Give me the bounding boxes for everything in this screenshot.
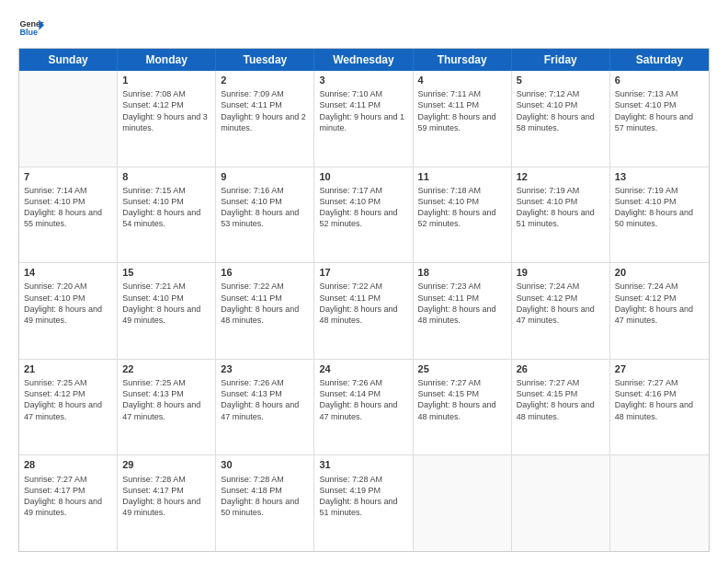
cell-info: Sunrise: 7:28 AMSunset: 4:17 PMDaylight:… — [122, 474, 210, 519]
day-number: 24 — [319, 362, 407, 375]
cell-info: Sunrise: 7:19 AMSunset: 4:10 PMDaylight:… — [615, 185, 704, 230]
day-number: 13 — [615, 170, 704, 183]
cell-info: Sunrise: 7:17 AMSunset: 4:10 PMDaylight:… — [319, 185, 407, 230]
cell-info: Sunrise: 7:28 AMSunset: 4:19 PMDaylight:… — [319, 474, 407, 519]
day-number: 14 — [24, 266, 112, 279]
header-day-wednesday: Wednesday — [314, 49, 413, 71]
calendar-week-5: 28Sunrise: 7:27 AMSunset: 4:17 PMDayligh… — [19, 455, 709, 551]
calendar: SundayMondayTuesdayWednesdayThursdayFrid… — [18, 48, 710, 552]
calendar-cell: 17Sunrise: 7:22 AMSunset: 4:11 PMDayligh… — [314, 263, 413, 359]
calendar-cell: 9Sunrise: 7:16 AMSunset: 4:10 PMDaylight… — [216, 167, 314, 263]
cell-info: Sunrise: 7:27 AMSunset: 4:15 PMDaylight:… — [418, 377, 506, 422]
calendar-cell: 4Sunrise: 7:11 AMSunset: 4:11 PMDaylight… — [414, 71, 512, 167]
day-number: 20 — [615, 266, 704, 279]
day-number: 18 — [418, 266, 506, 279]
day-number: 31 — [319, 458, 407, 471]
day-number: 6 — [615, 74, 704, 86]
calendar-cell — [414, 455, 512, 551]
day-number: 3 — [319, 74, 407, 86]
cell-info: Sunrise: 7:12 AMSunset: 4:10 PMDaylight:… — [517, 88, 605, 133]
day-number: 25 — [418, 362, 506, 375]
header-day-tuesday: Tuesday — [216, 49, 314, 71]
calendar-cell: 2Sunrise: 7:09 AMSunset: 4:11 PMDaylight… — [216, 71, 314, 167]
calendar-cell: 7Sunrise: 7:14 AMSunset: 4:10 PMDaylight… — [19, 167, 118, 263]
cell-info: Sunrise: 7:26 AMSunset: 4:14 PMDaylight:… — [319, 377, 407, 422]
calendar-cell: 14Sunrise: 7:20 AMSunset: 4:10 PMDayligh… — [19, 263, 118, 359]
calendar-cell: 6Sunrise: 7:13 AMSunset: 4:10 PMDaylight… — [610, 71, 709, 167]
day-number: 15 — [122, 266, 210, 279]
cell-info: Sunrise: 7:18 AMSunset: 4:10 PMDaylight:… — [418, 185, 506, 230]
cell-info: Sunrise: 7:28 AMSunset: 4:18 PMDaylight:… — [221, 474, 309, 519]
calendar-cell: 1Sunrise: 7:08 AMSunset: 4:12 PMDaylight… — [118, 71, 216, 167]
calendar-cell: 18Sunrise: 7:23 AMSunset: 4:11 PMDayligh… — [414, 263, 512, 359]
day-number: 17 — [319, 266, 407, 279]
cell-info: Sunrise: 7:14 AMSunset: 4:10 PMDaylight:… — [24, 185, 112, 230]
day-number: 2 — [221, 74, 309, 86]
cell-info: Sunrise: 7:21 AMSunset: 4:10 PMDaylight:… — [122, 281, 210, 326]
cell-info: Sunrise: 7:24 AMSunset: 4:12 PMDaylight:… — [517, 281, 605, 326]
cell-info: Sunrise: 7:27 AMSunset: 4:15 PMDaylight:… — [517, 377, 605, 422]
header-day-saturday: Saturday — [610, 49, 709, 71]
header-day-friday: Friday — [512, 49, 610, 71]
calendar-cell: 8Sunrise: 7:15 AMSunset: 4:10 PMDaylight… — [118, 167, 216, 263]
cell-info: Sunrise: 7:27 AMSunset: 4:16 PMDaylight:… — [615, 377, 704, 422]
day-number: 22 — [122, 362, 210, 375]
day-number: 9 — [221, 170, 309, 183]
cell-info: Sunrise: 7:09 AMSunset: 4:11 PMDaylight:… — [221, 88, 309, 133]
day-number: 16 — [221, 266, 309, 279]
calendar-cell — [610, 455, 709, 551]
calendar-cell: 23Sunrise: 7:26 AMSunset: 4:13 PMDayligh… — [216, 360, 314, 455]
day-number: 4 — [418, 74, 506, 86]
day-number: 30 — [221, 458, 309, 471]
calendar-cell: 5Sunrise: 7:12 AMSunset: 4:10 PMDaylight… — [512, 71, 610, 167]
day-number: 12 — [517, 170, 605, 183]
header-day-thursday: Thursday — [414, 49, 512, 71]
calendar-cell: 16Sunrise: 7:22 AMSunset: 4:11 PMDayligh… — [216, 263, 314, 359]
calendar-body: 1Sunrise: 7:08 AMSunset: 4:12 PMDaylight… — [19, 71, 709, 551]
calendar-cell: 31Sunrise: 7:28 AMSunset: 4:19 PMDayligh… — [314, 455, 413, 551]
day-number: 21 — [24, 362, 112, 375]
day-number: 29 — [122, 458, 210, 471]
calendar-week-4: 21Sunrise: 7:25 AMSunset: 4:12 PMDayligh… — [19, 360, 709, 456]
day-number: 27 — [615, 362, 704, 375]
cell-info: Sunrise: 7:11 AMSunset: 4:11 PMDaylight:… — [418, 88, 506, 133]
cell-info: Sunrise: 7:16 AMSunset: 4:10 PMDaylight:… — [221, 185, 309, 230]
cell-info: Sunrise: 7:20 AMSunset: 4:10 PMDaylight:… — [24, 281, 112, 326]
calendar-cell — [512, 455, 610, 551]
calendar-week-3: 14Sunrise: 7:20 AMSunset: 4:10 PMDayligh… — [19, 263, 709, 360]
logo: General Blue — [18, 15, 44, 40]
day-number: 23 — [221, 362, 309, 375]
calendar-cell: 21Sunrise: 7:25 AMSunset: 4:12 PMDayligh… — [19, 360, 118, 455]
cell-info: Sunrise: 7:08 AMSunset: 4:12 PMDaylight:… — [122, 88, 210, 133]
calendar-cell: 22Sunrise: 7:25 AMSunset: 4:13 PMDayligh… — [118, 360, 216, 455]
day-number: 19 — [517, 266, 605, 279]
cell-info: Sunrise: 7:24 AMSunset: 4:12 PMDaylight:… — [615, 281, 704, 326]
calendar-cell — [19, 71, 118, 167]
cell-info: Sunrise: 7:10 AMSunset: 4:11 PMDaylight:… — [319, 88, 407, 133]
cell-info: Sunrise: 7:23 AMSunset: 4:11 PMDaylight:… — [418, 281, 506, 326]
cell-info: Sunrise: 7:19 AMSunset: 4:10 PMDaylight:… — [517, 185, 605, 230]
calendar-cell: 15Sunrise: 7:21 AMSunset: 4:10 PMDayligh… — [118, 263, 216, 359]
calendar-cell: 13Sunrise: 7:19 AMSunset: 4:10 PMDayligh… — [610, 167, 709, 263]
day-number: 8 — [122, 170, 210, 183]
day-number: 1 — [122, 74, 210, 86]
header-day-sunday: Sunday — [19, 49, 118, 71]
cell-info: Sunrise: 7:27 AMSunset: 4:17 PMDaylight:… — [24, 474, 112, 519]
calendar-cell: 24Sunrise: 7:26 AMSunset: 4:14 PMDayligh… — [314, 360, 413, 455]
day-number: 7 — [24, 170, 112, 183]
cell-info: Sunrise: 7:15 AMSunset: 4:10 PMDaylight:… — [122, 185, 210, 230]
cell-info: Sunrise: 7:26 AMSunset: 4:13 PMDaylight:… — [221, 377, 309, 422]
day-number: 26 — [517, 362, 605, 375]
calendar-cell: 19Sunrise: 7:24 AMSunset: 4:12 PMDayligh… — [512, 263, 610, 359]
calendar-cell: 3Sunrise: 7:10 AMSunset: 4:11 PMDaylight… — [314, 71, 413, 167]
calendar-cell: 30Sunrise: 7:28 AMSunset: 4:18 PMDayligh… — [216, 455, 314, 551]
day-number: 28 — [24, 458, 112, 471]
calendar-cell: 25Sunrise: 7:27 AMSunset: 4:15 PMDayligh… — [414, 360, 512, 455]
day-number: 10 — [319, 170, 407, 183]
cell-info: Sunrise: 7:25 AMSunset: 4:13 PMDaylight:… — [122, 377, 210, 422]
day-number: 5 — [517, 74, 605, 86]
calendar-header: SundayMondayTuesdayWednesdayThursdayFrid… — [19, 49, 709, 71]
calendar-cell: 29Sunrise: 7:28 AMSunset: 4:17 PMDayligh… — [118, 455, 216, 551]
calendar-cell: 26Sunrise: 7:27 AMSunset: 4:15 PMDayligh… — [512, 360, 610, 455]
svg-text:Blue: Blue — [19, 28, 38, 37]
